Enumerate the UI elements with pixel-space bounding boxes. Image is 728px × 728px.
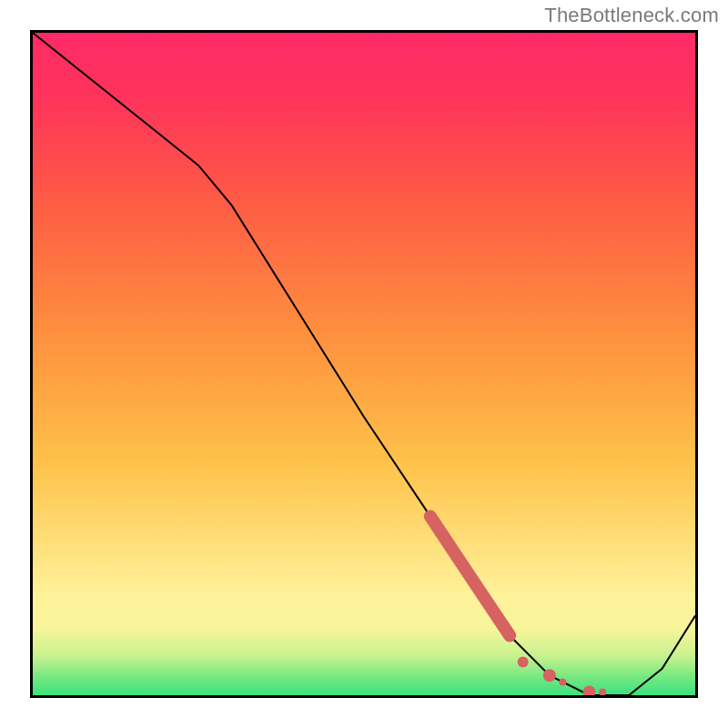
- highlight-dot: [518, 657, 529, 668]
- chart-svg: [33, 33, 695, 695]
- root: TheBottleneck.com: [0, 0, 728, 728]
- highlight-dot: [559, 678, 566, 685]
- highlight-dot: [543, 669, 556, 682]
- watermark-text: TheBottleneck.com: [544, 4, 719, 27]
- plot-area: [30, 30, 698, 698]
- background-gradient: [33, 33, 695, 695]
